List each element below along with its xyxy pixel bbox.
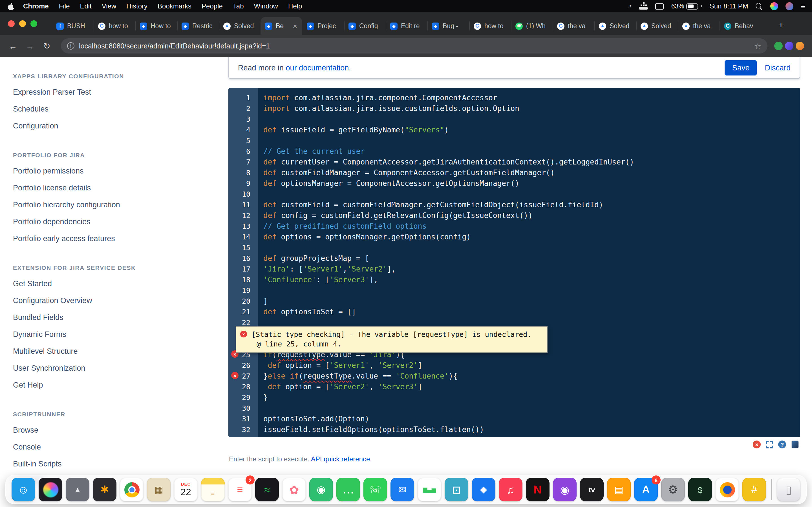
menu-item-edit[interactable]: Edit (75, 2, 96, 10)
menu-item-bookmarks[interactable]: Bookmarks (153, 2, 197, 10)
tab-bush[interactable]: fBUSH (52, 17, 94, 35)
dock-music-icon[interactable]: ♫ (499, 478, 522, 501)
dock-numbers-icon[interactable]: ▆▃▅ (417, 478, 441, 501)
sidebar-item-multilevel-structure[interactable]: Multilevel Structure (13, 343, 220, 360)
script-editor[interactable]: 1import com.atlassian.jira.component.Com… (229, 88, 800, 437)
dock-pinwheel-app-icon[interactable]: ✱ (93, 478, 116, 501)
tab-the-va[interactable]: ▲the va (678, 17, 719, 35)
sidebar-item-browse[interactable]: Browse (13, 422, 220, 439)
dock-photo-booth-icon[interactable]: ◉ (309, 478, 333, 501)
dock-settings-icon[interactable]: ⚙ (661, 478, 685, 501)
dock-terminal-icon[interactable]: $ (688, 478, 712, 501)
apple-logo-icon[interactable] (8, 3, 15, 10)
back-button[interactable]: ← (6, 39, 20, 53)
dock-podcasts-icon[interactable]: ◉ (553, 478, 576, 501)
dock-netflix-icon[interactable]: N (526, 478, 550, 501)
siri-icon[interactable] (770, 2, 778, 10)
bookmark-star-icon[interactable]: ☆ (754, 41, 761, 50)
discard-link[interactable]: Discard (765, 63, 791, 72)
tab-solved[interactable]: ▲Solved (219, 17, 260, 35)
help-icon[interactable]: ? (778, 441, 786, 448)
window-minimize-button[interactable] (19, 20, 26, 27)
activity-monitor-icon[interactable]: ◔ (627, 3, 632, 10)
dock-stocks-icon[interactable]: ≈ (255, 478, 279, 501)
dock-messages-icon[interactable]: … (336, 478, 360, 501)
docker-icon[interactable] (639, 3, 648, 9)
dock-trash-icon[interactable]: ▯ (777, 478, 801, 501)
window-close-button[interactable] (8, 20, 15, 27)
sidebar-item-portfolio-early-access-features[interactable]: Portfolio early access features (13, 230, 220, 247)
sidebar-item-configuration[interactable]: Configuration (13, 118, 220, 135)
tab-bug[interactable]: ◆Bug - (427, 17, 469, 35)
dock-firefox-icon[interactable] (715, 478, 739, 501)
menu-item-history[interactable]: History (121, 2, 153, 10)
dock-books-icon[interactable]: ▤ (607, 478, 631, 501)
tab-1-wh[interactable]: ☏(1) Wh (511, 17, 553, 35)
dock-reminders-icon[interactable]: ≡2 (228, 478, 252, 501)
tab-close-icon[interactable]: × (292, 22, 298, 30)
menu-item-file[interactable]: File (54, 2, 75, 10)
menu-item-tab[interactable]: Tab (228, 2, 249, 10)
dock-calendar-icon[interactable]: DEC22 (174, 478, 198, 501)
site-info-icon[interactable]: i (67, 42, 74, 50)
sidebar-item-bundled-fields[interactable]: Bundled Fields (13, 309, 220, 326)
tab-projec[interactable]: ◆Projec (302, 17, 344, 35)
save-button[interactable]: Save (725, 60, 757, 75)
window-zoom-button[interactable] (31, 20, 37, 27)
dock-stamps-icon[interactable]: ▦ (147, 478, 170, 501)
dock-slack-icon[interactable]: # (742, 478, 766, 501)
sidebar-item-configuration-overview[interactable]: Configuration Overview (13, 292, 220, 309)
sidebar-item-schedules[interactable]: Schedules (13, 101, 220, 118)
dock-photos-icon[interactable]: ✿ (282, 478, 306, 501)
tab-config[interactable]: ◆Config (344, 17, 386, 35)
extension-icon-green[interactable] (774, 42, 783, 50)
error-count-icon[interactable]: × (753, 441, 761, 448)
sidebar-item-portfolio-permissions[interactable]: Portfolio permissions (13, 163, 220, 180)
dock-finder-icon[interactable]: ☺ (11, 478, 35, 501)
tab-solved[interactable]: ▲Solved (636, 17, 678, 35)
tab-the-va[interactable]: Gthe va (553, 17, 594, 35)
dock-launchpad-icon[interactable]: ▲ (66, 478, 89, 501)
forward-button[interactable]: → (22, 39, 37, 53)
api-quick-reference-link[interactable]: API quick reference. (311, 455, 372, 463)
menu-bar-clock[interactable]: Sun 8:11 PM (710, 2, 748, 10)
tab-solved[interactable]: ▲Solved (594, 17, 636, 35)
extension-icon-purple[interactable] (785, 42, 794, 50)
sidebar-item-user-synchronization[interactable]: User Synchronization (13, 360, 220, 377)
fullscreen-icon[interactable] (766, 441, 773, 448)
dock-notes-icon[interactable]: ≡ (201, 478, 225, 501)
profile-avatar-icon[interactable] (796, 42, 804, 50)
dock-siri-icon[interactable] (39, 478, 62, 501)
new-tab-button[interactable]: + (774, 18, 788, 33)
menu-item-view[interactable]: View (97, 2, 121, 10)
sidebar-item-get-started[interactable]: Get Started (13, 276, 220, 292)
dock-screen-sharing-icon[interactable]: ⊡ (445, 478, 468, 501)
tab-restric[interactable]: ◆Restric (177, 17, 219, 35)
dock-facetime-icon[interactable]: ☏ (363, 478, 387, 501)
error-marker-icon[interactable]: × (231, 372, 239, 379)
sidebar-item-portfolio-hierarchy-configuration[interactable]: Portfolio hierarchy configuration (13, 196, 220, 214)
dock-apple-tv-icon[interactable]: tv (580, 478, 604, 501)
tab-edit-re[interactable]: ◆Edit re (386, 17, 427, 35)
sidebar-item-console[interactable]: Console (13, 439, 220, 456)
sidebar-item-get-help[interactable]: Get Help (13, 377, 220, 394)
menu-item-chrome[interactable]: Chrome (18, 2, 54, 10)
dock-keynote-icon[interactable]: ◆ (472, 478, 495, 501)
display-mirroring-icon[interactable] (656, 3, 664, 9)
menu-item-help[interactable]: Help (283, 2, 307, 10)
sidebar-item-built-in-scripts[interactable]: Built-in Scripts (13, 456, 220, 473)
sidebar-item-dynamic-forms[interactable]: Dynamic Forms (13, 326, 220, 343)
sidebar-item-expression-parser-test[interactable]: Expression Parser Test (13, 84, 220, 101)
user-avatar-icon[interactable] (785, 2, 794, 10)
reload-button[interactable]: ↻ (40, 39, 54, 53)
dock-chrome-icon[interactable] (120, 478, 144, 501)
menu-item-window[interactable]: Window (249, 2, 283, 10)
tab-how-to[interactable]: Ghow to (469, 17, 511, 35)
dock-mail-icon[interactable]: ✉ (391, 478, 414, 501)
spotlight-search-icon[interactable] (756, 3, 763, 10)
dock-app-store-icon[interactable]: A6 (634, 478, 658, 501)
tab-be[interactable]: ◆Be× (260, 17, 302, 35)
tab-behav[interactable]: GBehav (719, 17, 761, 35)
url-field[interactable]: i localhost:8080/secure/admin/EditBehavi… (61, 38, 767, 54)
menu-item-people[interactable]: People (197, 2, 228, 10)
